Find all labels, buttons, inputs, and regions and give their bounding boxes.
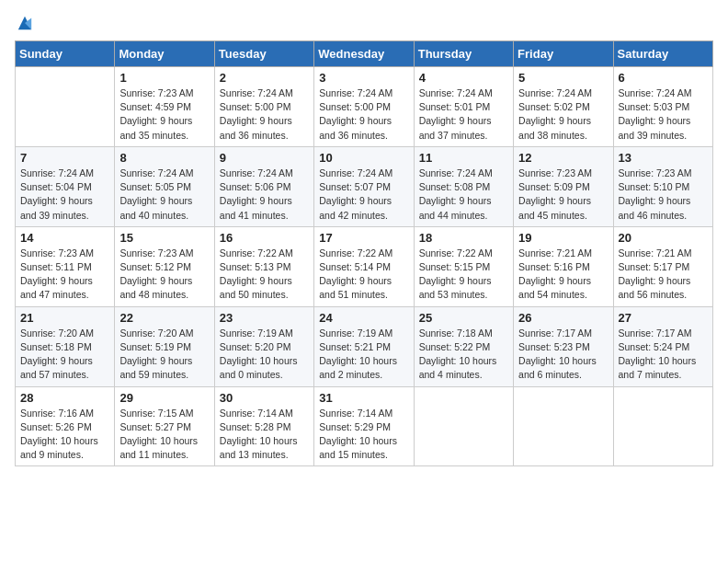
calendar-cell: 18Sunrise: 7:22 AMSunset: 5:15 PMDayligh… [414, 226, 513, 306]
calendar-cell [16, 67, 115, 147]
day-number: 26 [518, 311, 608, 325]
calendar-cell: 17Sunrise: 7:22 AMSunset: 5:14 PMDayligh… [314, 226, 414, 306]
day-number: 14 [20, 231, 109, 245]
day-info: Sunrise: 7:15 AMSunset: 5:27 PMDaylight:… [119, 407, 209, 463]
calendar-cell: 5Sunrise: 7:24 AMSunset: 5:02 PMDaylight… [514, 67, 613, 147]
calendar-cell: 20Sunrise: 7:21 AMSunset: 5:17 PMDayligh… [613, 226, 712, 306]
day-info: Sunrise: 7:14 AMSunset: 5:29 PMDaylight:… [319, 407, 408, 463]
day-number: 6 [619, 71, 708, 85]
calendar-cell: 10Sunrise: 7:24 AMSunset: 5:07 PMDayligh… [314, 146, 414, 226]
day-number: 21 [20, 311, 109, 325]
calendar-cell: 27Sunrise: 7:17 AMSunset: 5:24 PMDayligh… [613, 306, 712, 386]
calendar-cell [514, 386, 613, 466]
day-info: Sunrise: 7:19 AMSunset: 5:20 PMDaylight:… [220, 327, 309, 383]
day-number: 2 [220, 71, 309, 85]
day-info: Sunrise: 7:21 AMSunset: 5:16 PMDaylight:… [518, 247, 608, 303]
day-number: 8 [119, 151, 209, 165]
calendar-cell: 14Sunrise: 7:23 AMSunset: 5:11 PMDayligh… [16, 226, 115, 306]
weekday-header: Tuesday [214, 41, 313, 67]
calendar-cell: 23Sunrise: 7:19 AMSunset: 5:20 PMDayligh… [214, 306, 313, 386]
calendar-cell [613, 386, 712, 466]
day-number: 17 [319, 231, 408, 245]
calendar-cell: 13Sunrise: 7:23 AMSunset: 5:10 PMDayligh… [613, 146, 712, 226]
day-info: Sunrise: 7:20 AMSunset: 5:18 PMDaylight:… [20, 327, 109, 383]
day-info: Sunrise: 7:24 AMSunset: 5:00 PMDaylight:… [319, 86, 408, 143]
day-info: Sunrise: 7:20 AMSunset: 5:19 PMDaylight:… [119, 327, 209, 383]
day-info: Sunrise: 7:24 AMSunset: 5:07 PMDaylight:… [319, 167, 408, 223]
calendar-cell: 2Sunrise: 7:24 AMSunset: 5:00 PMDaylight… [214, 67, 313, 147]
day-info: Sunrise: 7:24 AMSunset: 5:06 PMDaylight:… [220, 167, 309, 223]
day-number: 22 [119, 311, 209, 325]
day-number: 25 [419, 311, 508, 325]
weekday-header: Wednesday [314, 41, 414, 67]
calendar-cell: 29Sunrise: 7:15 AMSunset: 5:27 PMDayligh… [115, 386, 214, 466]
calendar-cell: 3Sunrise: 7:24 AMSunset: 5:00 PMDaylight… [314, 67, 414, 147]
day-number: 20 [619, 231, 708, 245]
weekday-header: Thursday [414, 41, 513, 67]
day-info: Sunrise: 7:23 AMSunset: 5:12 PMDaylight:… [119, 247, 209, 303]
day-info: Sunrise: 7:23 AMSunset: 5:09 PMDaylight:… [518, 167, 608, 223]
calendar-cell: 4Sunrise: 7:24 AMSunset: 5:01 PMDaylight… [414, 67, 513, 147]
day-number: 23 [220, 311, 309, 325]
weekday-header: Saturday [613, 41, 712, 67]
calendar-table: SundayMondayTuesdayWednesdayThursdayFrid… [15, 40, 713, 466]
day-number: 3 [319, 71, 408, 85]
calendar-cell: 21Sunrise: 7:20 AMSunset: 5:18 PMDayligh… [16, 306, 115, 386]
calendar-cell: 30Sunrise: 7:14 AMSunset: 5:28 PMDayligh… [214, 386, 313, 466]
day-info: Sunrise: 7:24 AMSunset: 5:01 PMDaylight:… [419, 86, 508, 143]
day-info: Sunrise: 7:23 AMSunset: 5:10 PMDaylight:… [619, 167, 708, 223]
calendar-header: SundayMondayTuesdayWednesdayThursdayFrid… [16, 41, 713, 67]
day-number: 1 [119, 71, 209, 85]
day-number: 27 [619, 311, 708, 325]
day-info: Sunrise: 7:24 AMSunset: 5:00 PMDaylight:… [220, 86, 309, 143]
day-info: Sunrise: 7:24 AMSunset: 5:02 PMDaylight:… [518, 86, 608, 143]
calendar-cell: 24Sunrise: 7:19 AMSunset: 5:21 PMDayligh… [314, 306, 414, 386]
day-info: Sunrise: 7:23 AMSunset: 5:11 PMDaylight:… [20, 247, 109, 303]
calendar-cell: 19Sunrise: 7:21 AMSunset: 5:16 PMDayligh… [514, 226, 613, 306]
calendar-cell: 31Sunrise: 7:14 AMSunset: 5:29 PMDayligh… [314, 386, 414, 466]
day-info: Sunrise: 7:14 AMSunset: 5:28 PMDaylight:… [220, 407, 309, 463]
day-info: Sunrise: 7:17 AMSunset: 5:23 PMDaylight:… [518, 327, 608, 383]
calendar-cell: 7Sunrise: 7:24 AMSunset: 5:04 PMDaylight… [16, 146, 115, 226]
calendar-cell: 12Sunrise: 7:23 AMSunset: 5:09 PMDayligh… [514, 146, 613, 226]
calendar-cell: 25Sunrise: 7:18 AMSunset: 5:22 PMDayligh… [414, 306, 513, 386]
day-number: 12 [518, 151, 608, 165]
calendar-cell: 8Sunrise: 7:24 AMSunset: 5:05 PMDaylight… [115, 146, 214, 226]
day-number: 18 [419, 231, 508, 245]
day-number: 30 [220, 391, 309, 405]
day-number: 16 [220, 231, 309, 245]
day-number: 10 [319, 151, 408, 165]
page-header [15, 15, 713, 31]
day-info: Sunrise: 7:23 AMSunset: 4:59 PMDaylight:… [119, 86, 209, 143]
day-info: Sunrise: 7:21 AMSunset: 5:17 PMDaylight:… [619, 247, 708, 303]
day-info: Sunrise: 7:22 AMSunset: 5:15 PMDaylight:… [419, 247, 508, 303]
day-info: Sunrise: 7:24 AMSunset: 5:03 PMDaylight:… [619, 86, 708, 143]
day-info: Sunrise: 7:18 AMSunset: 5:22 PMDaylight:… [419, 327, 508, 383]
day-number: 5 [518, 71, 608, 85]
day-info: Sunrise: 7:24 AMSunset: 5:08 PMDaylight:… [419, 167, 508, 223]
calendar-cell: 1Sunrise: 7:23 AMSunset: 4:59 PMDaylight… [115, 67, 214, 147]
logo [15, 15, 33, 31]
day-info: Sunrise: 7:22 AMSunset: 5:13 PMDaylight:… [220, 247, 309, 303]
logo-icon [17, 15, 33, 31]
day-number: 9 [220, 151, 309, 165]
day-info: Sunrise: 7:24 AMSunset: 5:04 PMDaylight:… [20, 167, 109, 223]
day-number: 11 [419, 151, 508, 165]
day-info: Sunrise: 7:16 AMSunset: 5:26 PMDaylight:… [20, 407, 109, 463]
day-number: 19 [518, 231, 608, 245]
day-number: 4 [419, 71, 508, 85]
calendar-cell: 11Sunrise: 7:24 AMSunset: 5:08 PMDayligh… [414, 146, 513, 226]
day-info: Sunrise: 7:24 AMSunset: 5:05 PMDaylight:… [119, 167, 209, 223]
weekday-header: Sunday [16, 41, 115, 67]
calendar-cell: 28Sunrise: 7:16 AMSunset: 5:26 PMDayligh… [16, 386, 115, 466]
calendar-cell [414, 386, 513, 466]
day-number: 15 [119, 231, 209, 245]
calendar-cell: 22Sunrise: 7:20 AMSunset: 5:19 PMDayligh… [115, 306, 214, 386]
day-number: 7 [20, 151, 109, 165]
weekday-header: Friday [514, 41, 613, 67]
day-number: 28 [20, 391, 109, 405]
day-info: Sunrise: 7:17 AMSunset: 5:24 PMDaylight:… [619, 327, 708, 383]
day-info: Sunrise: 7:19 AMSunset: 5:21 PMDaylight:… [319, 327, 408, 383]
calendar-cell: 6Sunrise: 7:24 AMSunset: 5:03 PMDaylight… [613, 67, 712, 147]
calendar-cell: 9Sunrise: 7:24 AMSunset: 5:06 PMDaylight… [214, 146, 313, 226]
